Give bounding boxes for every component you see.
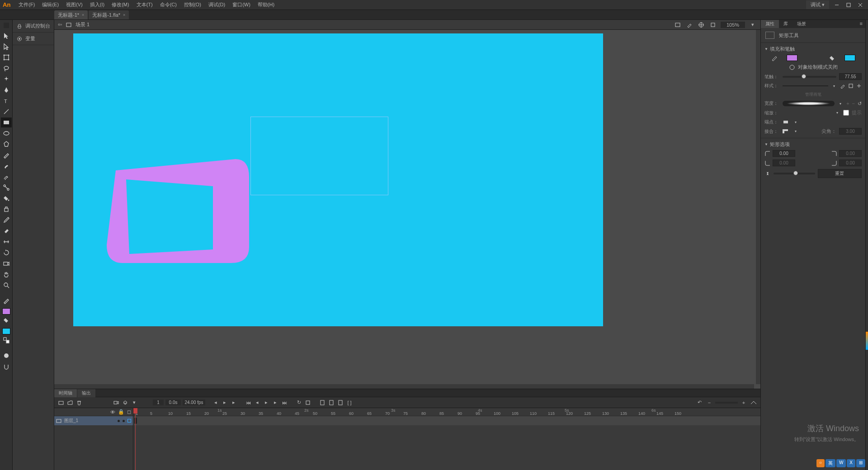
marker1-icon[interactable] — [318, 399, 326, 407]
timeline-ruler[interactable]: 1s2s3s4s5s6s1510152025303540455055606570… — [133, 408, 760, 416]
ink-bottle-tool[interactable] — [1, 204, 12, 214]
step-back-icon[interactable]: ◂ — [212, 399, 220, 407]
menu-control[interactable]: 控制(O) — [180, 0, 205, 9]
stage[interactable] — [73, 33, 603, 326]
play2-icon[interactable]: ▸ — [262, 399, 270, 407]
tab-timeline[interactable]: 时间轴 — [54, 389, 77, 397]
prev-frame-icon[interactable]: ◂ — [253, 399, 261, 407]
menu-modify[interactable]: 修改(M) — [108, 0, 133, 9]
lock-dot[interactable] — [123, 420, 125, 422]
panel-grip[interactable] — [4, 23, 9, 28]
object-drawing-toggle[interactable] — [1, 351, 12, 361]
menu-window[interactable]: 窗口(W) — [229, 0, 254, 9]
tab-scene[interactable]: 场景 — [793, 20, 811, 28]
resize-tl-icon[interactable] — [750, 399, 758, 407]
hint-checkbox[interactable] — [843, 110, 849, 116]
stroke-color-swatch[interactable] — [787, 55, 797, 61]
link-corners-icon[interactable] — [764, 170, 771, 177]
marker4-icon[interactable]: [ ] — [345, 399, 354, 407]
panel-menu-icon[interactable]: ≡ — [857, 20, 865, 28]
visibility-dot[interactable] — [118, 420, 120, 422]
pencil-tool[interactable] — [1, 150, 12, 160]
tab-output[interactable]: 输出 — [77, 389, 95, 397]
doc-tab-2[interactable]: 无标题-1.fla*× — [89, 10, 129, 19]
camera-tool[interactable] — [1, 258, 12, 268]
rectangle-tool[interactable] — [1, 118, 12, 127]
delete-layer-icon[interactable] — [75, 399, 83, 407]
drawn-shape[interactable] — [102, 127, 251, 263]
goto-first-icon[interactable]: ⏮ — [244, 399, 252, 407]
layer-row[interactable]: 图层_1 — [54, 416, 133, 425]
join-icon[interactable] — [783, 129, 790, 134]
zoom-out-tl-icon[interactable]: − — [705, 399, 713, 407]
edit-style-icon[interactable] — [840, 83, 845, 89]
rotate-stage-icon[interactable] — [709, 21, 717, 29]
stroke-color-tool[interactable] — [1, 296, 12, 306]
play-icon[interactable]: ▸ — [221, 399, 229, 407]
paint-brush-tool[interactable] — [1, 172, 12, 182]
eye-icon[interactable]: 👁 — [110, 409, 115, 415]
rotation-tool[interactable] — [1, 248, 12, 258]
free-transform-tool[interactable] — [1, 52, 12, 62]
marker2-icon[interactable] — [327, 399, 335, 407]
pen-tool[interactable] — [1, 85, 12, 95]
style-dropdown[interactable]: ▾ — [831, 83, 837, 89]
paint-bucket-tool[interactable] — [1, 193, 12, 203]
del-width-icon[interactable]: − — [852, 101, 855, 106]
brush-lib-icon[interactable] — [848, 83, 854, 89]
magic-wand-tool[interactable] — [1, 74, 12, 84]
lock-icon[interactable]: 🔒 — [118, 409, 124, 415]
style-preview[interactable] — [783, 85, 828, 86]
badge-orange[interactable]: ○ — [816, 459, 825, 467]
reset-button[interactable]: 重置 — [818, 169, 862, 178]
menu-edit[interactable]: 编辑(E) — [38, 0, 62, 9]
fps-value[interactable]: 24.00 fps — [183, 400, 205, 405]
maximize-button[interactable] — [844, 1, 854, 9]
doc-tab-1[interactable]: 无标题-1*× — [54, 10, 88, 19]
workspace-dropdown[interactable]: 调试 ▾ — [806, 0, 829, 9]
minimize-button[interactable] — [832, 1, 842, 9]
tl-zoom-slider[interactable] — [715, 402, 738, 404]
width-profile[interactable] — [783, 101, 835, 106]
add-width-icon[interactable]: + — [846, 101, 849, 106]
clip-icon[interactable] — [674, 21, 682, 29]
menu-commands[interactable]: 命令(C) — [156, 0, 180, 9]
zoom-tool[interactable] — [1, 280, 12, 290]
menu-insert[interactable]: 插入(I) — [86, 0, 108, 9]
oval-tool[interactable] — [1, 128, 12, 138]
selection-rectangle[interactable] — [250, 117, 388, 195]
keyframe[interactable] — [134, 418, 137, 424]
layer-name[interactable]: 图层_1 — [64, 418, 115, 424]
badge-2[interactable]: W — [836, 459, 846, 467]
brush-tool[interactable] — [1, 161, 12, 171]
next-frame-icon[interactable]: ▸ — [271, 399, 279, 407]
tab-library[interactable]: 库 — [779, 20, 793, 28]
debug-console-section[interactable]: 调试控制台 — [13, 20, 54, 33]
zoom-in-tl-icon[interactable]: + — [740, 399, 748, 407]
badge-3[interactable]: X — [847, 459, 855, 467]
bone-tool[interactable] — [1, 183, 12, 193]
polystar-tool[interactable] — [1, 139, 12, 149]
loop-icon[interactable]: ↻ — [295, 399, 303, 407]
step-fwd-icon[interactable]: ▸ — [230, 399, 238, 407]
strip-tag[interactable] — [866, 332, 868, 350]
back-icon[interactable]: ⇦ — [58, 22, 62, 28]
menu-view[interactable]: 视图(V) — [62, 0, 86, 9]
corner-tl-value[interactable]: 0.00 — [773, 150, 795, 157]
fill-color-swatch[interactable] — [844, 55, 855, 61]
text-tool[interactable]: T — [1, 96, 12, 106]
subselection-tool[interactable] — [1, 42, 12, 52]
timeline-track[interactable] — [133, 416, 760, 425]
reset-width-icon[interactable]: ↺ — [858, 101, 862, 107]
line-tool[interactable] — [1, 107, 12, 117]
menu-file[interactable]: 文件(F) — [15, 0, 38, 9]
snap-toggle[interactable] — [1, 362, 12, 371]
hand-tool[interactable] — [1, 269, 12, 279]
playhead[interactable] — [135, 408, 136, 470]
menu-text[interactable]: 文本(T) — [133, 0, 156, 9]
stroke-value-field[interactable]: 77.55 — [839, 73, 862, 80]
edit-scene-icon[interactable] — [685, 21, 693, 29]
menu-debug[interactable]: 调试(D) — [205, 0, 229, 9]
eyedropper-tool[interactable] — [1, 215, 12, 225]
fill-swatch[interactable] — [2, 328, 10, 334]
